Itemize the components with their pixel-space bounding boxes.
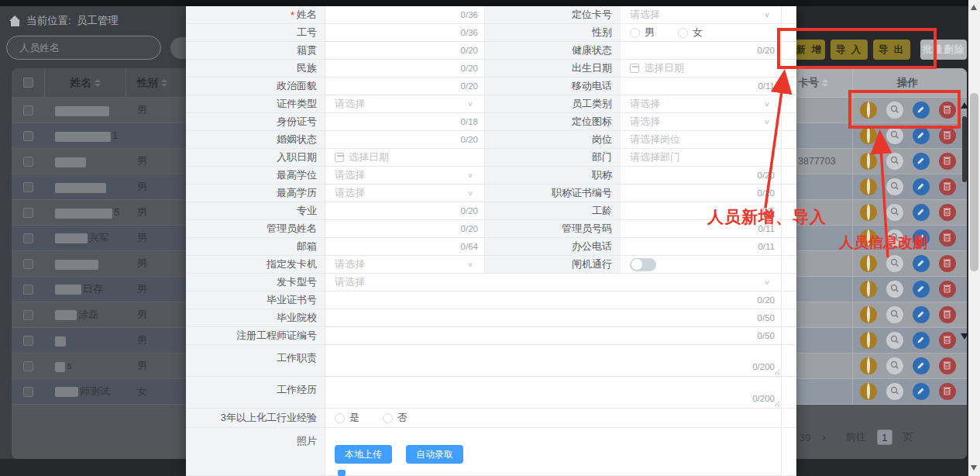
delete-button[interactable]	[939, 332, 956, 349]
search-button[interactable]	[170, 37, 186, 59]
delete-button[interactable]	[939, 102, 956, 119]
radio-option[interactable]: 男	[630, 26, 655, 40]
edit-button[interactable]	[913, 204, 930, 221]
view-button[interactable]	[886, 153, 903, 170]
gate-pass-toggle[interactable]	[630, 258, 656, 271]
locate-button[interactable]	[860, 383, 877, 400]
radio-option[interactable]: 是	[335, 411, 359, 425]
row-checkbox[interactable]	[23, 208, 33, 218]
view-button[interactable]	[886, 357, 903, 374]
goto-page-input[interactable]: 1	[877, 429, 892, 445]
left-text-input[interactable]: 0/20	[325, 220, 484, 237]
right-text-input[interactable]: 0/11	[620, 78, 781, 95]
local-upload-button[interactable]: 本地上传	[335, 445, 392, 464]
delete-button[interactable]	[939, 255, 956, 272]
left-text-input[interactable]: 0/20	[325, 60, 484, 77]
edit-button[interactable]	[913, 255, 930, 272]
left-text-input[interactable]: 0/36	[325, 24, 484, 41]
left-text-input[interactable]: 0/64	[325, 238, 484, 255]
edit-button[interactable]	[913, 306, 930, 323]
delete-button[interactable]	[939, 306, 956, 323]
table-scrollbar[interactable]	[961, 98, 968, 346]
left-text-input[interactable]: 0/50	[325, 309, 781, 326]
right-select[interactable]: 请选择∨	[620, 6, 781, 23]
view-button[interactable]	[886, 102, 903, 119]
edit-button[interactable]	[913, 178, 930, 195]
row-checkbox[interactable]	[23, 157, 33, 167]
row-checkbox[interactable]	[23, 336, 33, 346]
delete-button[interactable]	[939, 229, 956, 247]
left-select[interactable]: 请选择∨	[325, 274, 781, 291]
scroll-up-icon[interactable]	[961, 102, 968, 109]
right-text-input[interactable]: 0/20	[620, 42, 781, 59]
import-button[interactable]: 导 入	[830, 40, 868, 60]
auto-capture-button[interactable]: 自动录取	[406, 445, 463, 464]
edit-button[interactable]	[913, 153, 930, 170]
delete-button[interactable]	[939, 204, 956, 221]
right-text-input[interactable]: 0/11	[620, 220, 781, 237]
locate-button[interactable]	[860, 281, 877, 298]
view-button[interactable]	[886, 281, 903, 298]
radio-option[interactable]: 否	[383, 411, 407, 425]
left-text-input[interactable]: 0/20	[325, 78, 484, 95]
right-select[interactable]: 请选择岗位	[620, 131, 781, 148]
edit-button[interactable]	[913, 127, 930, 144]
scrollbar-up-icon[interactable]	[971, 5, 977, 10]
left-select[interactable]: 请选择∨	[325, 256, 484, 273]
right-select[interactable]: 请选择部门	[620, 149, 781, 166]
batch-delete-button[interactable]: 批量删除	[920, 40, 967, 60]
right-text-input[interactable]: 0/11	[620, 238, 781, 255]
right-date-picker[interactable]: 选择日期	[620, 60, 781, 77]
locate-button[interactable]	[860, 153, 877, 170]
left-text-input[interactable]: 0/36	[325, 6, 484, 23]
column-header-card[interactable]: 卡号	[796, 76, 852, 90]
work-textarea[interactable]: 0/200	[325, 345, 781, 376]
page-number[interactable]: 39	[799, 432, 810, 443]
row-checkbox[interactable]	[23, 131, 33, 141]
delete-button[interactable]	[939, 153, 956, 170]
locate-button[interactable]	[860, 178, 877, 195]
locate-button[interactable]	[860, 357, 877, 374]
right-text-input[interactable]: 0/20	[620, 167, 781, 184]
view-button[interactable]	[886, 383, 903, 400]
select-all-checkbox[interactable]	[23, 78, 33, 88]
scrollbar-down-icon[interactable]	[971, 465, 977, 471]
right-text-input[interactable]: 0/5	[620, 202, 781, 219]
left-text-input[interactable]: 0/18	[325, 113, 484, 130]
view-button[interactable]	[886, 332, 903, 349]
row-checkbox[interactable]	[23, 182, 33, 192]
edit-button[interactable]	[913, 383, 930, 400]
scroll-down-icon[interactable]	[961, 333, 968, 340]
view-button[interactable]	[886, 178, 903, 195]
left-select[interactable]: 请选择∨	[325, 185, 484, 202]
locate-button[interactable]	[860, 204, 877, 221]
edit-button[interactable]	[913, 102, 930, 119]
browser-scrollbar-thumb[interactable]	[970, 93, 978, 271]
delete-button[interactable]	[939, 357, 956, 374]
search-input[interactable]: 人员姓名	[6, 36, 161, 60]
left-text-input[interactable]: 0/20	[325, 131, 484, 148]
view-button[interactable]	[886, 229, 903, 247]
locate-button[interactable]	[860, 332, 877, 349]
export-button[interactable]: 导 出	[873, 40, 910, 60]
delete-button[interactable]	[939, 127, 956, 144]
left-select[interactable]: 请选择∨	[325, 167, 484, 184]
row-checkbox[interactable]	[23, 361, 33, 371]
view-button[interactable]	[886, 127, 903, 144]
view-button[interactable]	[886, 204, 903, 221]
left-text-input[interactable]: 0/50	[325, 327, 781, 344]
table-scrollbar-thumb[interactable]	[962, 116, 967, 182]
left-text-input[interactable]: 0/20	[325, 42, 484, 59]
edit-button[interactable]	[913, 357, 930, 374]
left-text-input[interactable]: 0/20	[325, 291, 781, 309]
right-select[interactable]: 请选择∨	[620, 113, 781, 130]
next-page-icon[interactable]: ›	[821, 430, 825, 444]
browser-scrollbar[interactable]	[968, 0, 980, 476]
work-textarea[interactable]: 0/200	[325, 377, 781, 408]
add-button[interactable]: 新 增	[794, 40, 825, 60]
locate-button[interactable]	[860, 255, 877, 272]
column-header-name[interactable]: 姓名	[44, 68, 126, 97]
locate-button[interactable]	[860, 127, 877, 144]
view-button[interactable]	[886, 306, 903, 323]
locate-button[interactable]	[860, 306, 877, 323]
